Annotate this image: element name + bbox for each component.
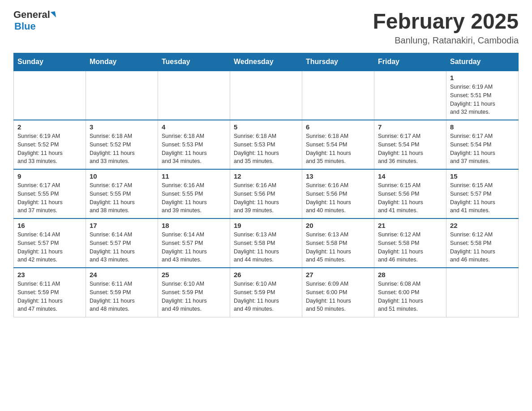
calendar-cell: 15Sunrise: 6:15 AM Sunset: 5:57 PM Dayli… bbox=[446, 169, 519, 218]
page-header: General Blue February 2025 Banlung, Rata… bbox=[13, 9, 519, 46]
day-number: 27 bbox=[306, 271, 370, 278]
day-number: 7 bbox=[378, 123, 442, 131]
day-info: Sunrise: 6:12 AM Sunset: 5:58 PM Dayligh… bbox=[378, 231, 442, 264]
day-info: Sunrise: 6:15 AM Sunset: 5:57 PM Dayligh… bbox=[450, 181, 515, 215]
calendar-table: Sunday Monday Tuesday Wednesday Thursday… bbox=[13, 53, 519, 317]
calendar-cell: 4Sunrise: 6:18 AM Sunset: 5:53 PM Daylig… bbox=[158, 120, 230, 169]
day-number: 10 bbox=[90, 172, 154, 180]
day-info: Sunrise: 6:13 AM Sunset: 5:58 PM Dayligh… bbox=[306, 231, 370, 264]
day-number: 24 bbox=[90, 271, 154, 278]
calendar-cell: 11Sunrise: 6:16 AM Sunset: 5:55 PM Dayli… bbox=[158, 169, 230, 218]
calendar-cell: 10Sunrise: 6:17 AM Sunset: 5:55 PM Dayli… bbox=[86, 169, 158, 218]
day-number: 3 bbox=[90, 123, 154, 131]
day-number: 12 bbox=[234, 172, 298, 180]
calendar-week-row-3: 9Sunrise: 6:17 AM Sunset: 5:55 PM Daylig… bbox=[14, 169, 519, 218]
calendar-cell bbox=[374, 71, 446, 120]
day-number: 9 bbox=[17, 172, 82, 180]
calendar-cell: 12Sunrise: 6:16 AM Sunset: 5:56 PM Dayli… bbox=[230, 169, 302, 218]
day-number: 6 bbox=[306, 123, 370, 131]
day-info: Sunrise: 6:18 AM Sunset: 5:53 PM Dayligh… bbox=[234, 132, 298, 166]
calendar-cell: 13Sunrise: 6:16 AM Sunset: 5:56 PM Dayli… bbox=[302, 169, 374, 218]
day-info: Sunrise: 6:11 AM Sunset: 5:59 PM Dayligh… bbox=[90, 280, 154, 313]
calendar-cell: 22Sunrise: 6:12 AM Sunset: 5:58 PM Dayli… bbox=[446, 218, 519, 268]
day-number: 15 bbox=[450, 172, 515, 180]
calendar-cell bbox=[14, 71, 86, 120]
day-info: Sunrise: 6:13 AM Sunset: 5:58 PM Dayligh… bbox=[234, 231, 298, 264]
col-saturday: Saturday bbox=[446, 53, 519, 71]
day-number: 8 bbox=[450, 123, 515, 131]
calendar-cell: 21Sunrise: 6:12 AM Sunset: 5:58 PM Dayli… bbox=[374, 218, 446, 268]
calendar-cell: 28Sunrise: 6:08 AM Sunset: 6:00 PM Dayli… bbox=[374, 268, 446, 317]
day-info: Sunrise: 6:14 AM Sunset: 5:57 PM Dayligh… bbox=[162, 231, 226, 264]
calendar-cell: 27Sunrise: 6:09 AM Sunset: 6:00 PM Dayli… bbox=[302, 268, 374, 317]
day-info: Sunrise: 6:18 AM Sunset: 5:54 PM Dayligh… bbox=[306, 132, 370, 166]
day-number: 23 bbox=[17, 271, 82, 278]
calendar-cell: 9Sunrise: 6:17 AM Sunset: 5:55 PM Daylig… bbox=[14, 169, 86, 218]
day-info: Sunrise: 6:10 AM Sunset: 5:59 PM Dayligh… bbox=[162, 280, 226, 313]
calendar-cell bbox=[158, 71, 230, 120]
calendar-cell: 23Sunrise: 6:11 AM Sunset: 5:59 PM Dayli… bbox=[14, 268, 86, 317]
day-number: 21 bbox=[378, 222, 442, 229]
calendar-cell: 3Sunrise: 6:18 AM Sunset: 5:52 PM Daylig… bbox=[86, 120, 158, 169]
day-info: Sunrise: 6:19 AM Sunset: 5:51 PM Dayligh… bbox=[450, 83, 515, 116]
col-sunday: Sunday bbox=[14, 53, 86, 71]
day-info: Sunrise: 6:17 AM Sunset: 5:54 PM Dayligh… bbox=[450, 132, 515, 166]
day-number: 14 bbox=[378, 172, 442, 180]
logo-blue-text: Blue bbox=[14, 21, 36, 32]
day-number: 28 bbox=[378, 271, 442, 278]
calendar-week-row-2: 2Sunrise: 6:19 AM Sunset: 5:52 PM Daylig… bbox=[14, 120, 519, 169]
calendar-cell bbox=[302, 71, 374, 120]
day-info: Sunrise: 6:10 AM Sunset: 5:59 PM Dayligh… bbox=[234, 280, 298, 313]
calendar-cell: 19Sunrise: 6:13 AM Sunset: 5:58 PM Dayli… bbox=[230, 218, 302, 268]
col-tuesday: Tuesday bbox=[158, 53, 230, 71]
col-monday: Monday bbox=[86, 53, 158, 71]
col-wednesday: Wednesday bbox=[230, 53, 302, 71]
day-info: Sunrise: 6:17 AM Sunset: 5:54 PM Dayligh… bbox=[378, 132, 442, 166]
calendar-cell: 25Sunrise: 6:10 AM Sunset: 5:59 PM Dayli… bbox=[158, 268, 230, 317]
calendar-cell: 6Sunrise: 6:18 AM Sunset: 5:54 PM Daylig… bbox=[302, 120, 374, 169]
day-number: 18 bbox=[162, 222, 226, 229]
calendar-cell: 5Sunrise: 6:18 AM Sunset: 5:53 PM Daylig… bbox=[230, 120, 302, 169]
day-number: 16 bbox=[17, 222, 82, 229]
day-info: Sunrise: 6:12 AM Sunset: 5:58 PM Dayligh… bbox=[450, 231, 515, 264]
calendar-cell: 16Sunrise: 6:14 AM Sunset: 5:57 PM Dayli… bbox=[14, 218, 86, 268]
calendar-cell: 8Sunrise: 6:17 AM Sunset: 5:54 PM Daylig… bbox=[446, 120, 519, 169]
day-info: Sunrise: 6:19 AM Sunset: 5:52 PM Dayligh… bbox=[17, 132, 82, 166]
calendar-header-row: Sunday Monday Tuesday Wednesday Thursday… bbox=[14, 53, 519, 71]
col-friday: Friday bbox=[374, 53, 446, 71]
day-info: Sunrise: 6:17 AM Sunset: 5:55 PM Dayligh… bbox=[90, 181, 154, 215]
day-number: 1 bbox=[450, 74, 515, 81]
title-block: February 2025 Banlung, Ratanakiri, Cambo… bbox=[373, 9, 519, 46]
day-info: Sunrise: 6:16 AM Sunset: 5:55 PM Dayligh… bbox=[162, 181, 226, 215]
day-info: Sunrise: 6:16 AM Sunset: 5:56 PM Dayligh… bbox=[306, 181, 370, 215]
calendar-cell: 17Sunrise: 6:14 AM Sunset: 5:57 PM Dayli… bbox=[86, 218, 158, 268]
logo: General Blue bbox=[13, 9, 56, 32]
day-number: 2 bbox=[17, 123, 82, 131]
calendar-cell bbox=[230, 71, 302, 120]
day-info: Sunrise: 6:14 AM Sunset: 5:57 PM Dayligh… bbox=[90, 231, 154, 264]
day-info: Sunrise: 6:11 AM Sunset: 5:59 PM Dayligh… bbox=[17, 280, 82, 313]
calendar-cell: 1Sunrise: 6:19 AM Sunset: 5:51 PM Daylig… bbox=[446, 71, 519, 120]
day-number: 26 bbox=[234, 271, 298, 278]
day-number: 13 bbox=[306, 172, 370, 180]
day-number: 20 bbox=[306, 222, 370, 229]
day-number: 19 bbox=[234, 222, 298, 229]
calendar-cell bbox=[86, 71, 158, 120]
day-number: 17 bbox=[90, 222, 154, 229]
day-number: 5 bbox=[234, 123, 298, 131]
day-info: Sunrise: 6:18 AM Sunset: 5:53 PM Dayligh… bbox=[162, 132, 226, 166]
logo-general-text: General bbox=[13, 9, 50, 21]
day-info: Sunrise: 6:16 AM Sunset: 5:56 PM Dayligh… bbox=[234, 181, 298, 215]
day-info: Sunrise: 6:08 AM Sunset: 6:00 PM Dayligh… bbox=[378, 280, 442, 313]
calendar-cell bbox=[446, 268, 519, 317]
calendar-cell: 26Sunrise: 6:10 AM Sunset: 5:59 PM Dayli… bbox=[230, 268, 302, 317]
calendar-cell: 14Sunrise: 6:15 AM Sunset: 5:56 PM Dayli… bbox=[374, 169, 446, 218]
calendar-week-row-1: 1Sunrise: 6:19 AM Sunset: 5:51 PM Daylig… bbox=[14, 71, 519, 120]
calendar-cell: 7Sunrise: 6:17 AM Sunset: 5:54 PM Daylig… bbox=[374, 120, 446, 169]
calendar-week-row-5: 23Sunrise: 6:11 AM Sunset: 5:59 PM Dayli… bbox=[14, 268, 519, 317]
day-number: 25 bbox=[162, 271, 226, 278]
calendar-cell: 18Sunrise: 6:14 AM Sunset: 5:57 PM Dayli… bbox=[158, 218, 230, 268]
calendar-cell: 24Sunrise: 6:11 AM Sunset: 5:59 PM Dayli… bbox=[86, 268, 158, 317]
calendar-cell: 2Sunrise: 6:19 AM Sunset: 5:52 PM Daylig… bbox=[14, 120, 86, 169]
col-thursday: Thursday bbox=[302, 53, 374, 71]
